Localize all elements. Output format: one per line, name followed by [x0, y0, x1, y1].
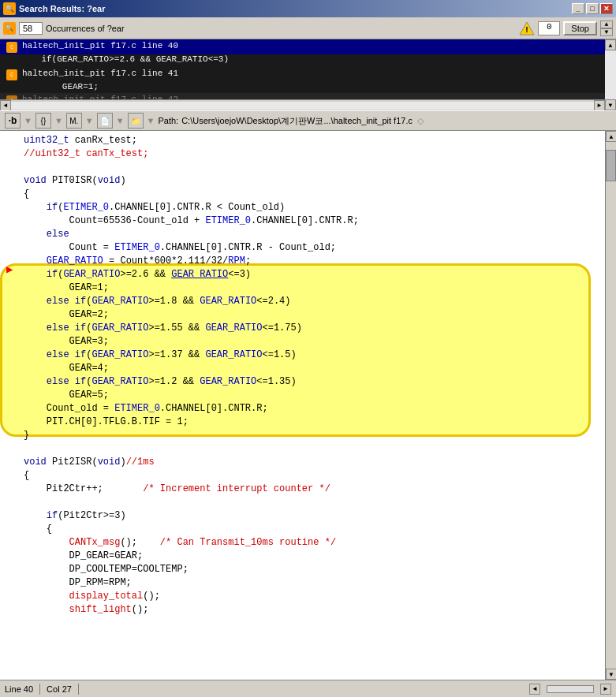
code-line-10: if(GEAR_RATIO>=2.6 && GEAR_RATIO<=3)	[24, 268, 599, 281]
path-back-button[interactable]: ·b	[5, 113, 21, 129]
status-line: Line 40	[5, 684, 33, 694]
results-hscrollbar: ◄ ►	[0, 99, 605, 110]
path-folder-button[interactable]: 📁	[128, 113, 144, 129]
path-m-button[interactable]: M.	[66, 113, 82, 129]
code-line-12: else if(GEAR_RATIO>=1.8 && GEAR_RATIO<=2…	[24, 295, 599, 308]
code-line-21: PIT.CH[0].TFLG.B.TIF = 1;	[24, 416, 599, 429]
search-results-panel: C haltech_init_pit f17.c line 40 if(GEAR…	[0, 39, 616, 110]
code-line-3: void PIT0ISR(void)	[24, 174, 599, 188]
path-braces-button[interactable]: {}	[35, 113, 51, 129]
path-doc-button[interactable]: 📄	[97, 113, 113, 129]
code-scroll-down[interactable]: ▼	[606, 669, 616, 680]
code-editor: ▶ uint32_t canRx_test; //uint32_t canTx_…	[0, 131, 616, 680]
code-line-blank-1	[24, 161, 599, 174]
minimize-button[interactable]: _	[572, 3, 584, 14]
code-line-30: DP_COOLTEMP=COOLTEMP;	[24, 563, 599, 576]
code-line-18: else if(GEAR_RATIO>=1.2 && GEAR_RATIO<=1…	[24, 375, 599, 389]
code-line-7: else	[24, 228, 599, 241]
code-line-16: else if(GEAR_RATIO>=1.37 && GEAR_RATIO<=…	[24, 348, 599, 362]
occurrence-count: 58	[19, 22, 43, 35]
code-line-blank-3	[24, 496, 599, 509]
status-sep-1	[39, 684, 40, 695]
nav-down-button[interactable]: ▼	[600, 28, 613, 36]
code-line-22: }	[24, 429, 599, 442]
code-line-20: Count_old = ETIMER_0.CHANNEL[0].CNTR.R;	[24, 402, 599, 416]
result-code-1: if(GEAR_RATIO>=2.6 && GEAR_RATIO<=3)	[0, 54, 616, 65]
path-sep3: ▼	[85, 116, 94, 125]
code-line-13: GEAR=2;	[24, 308, 599, 322]
results-scroll-left[interactable]: ◄	[0, 100, 11, 111]
path-bar: ·b ▼ {} ▼ M. ▼ 📄 ▼ 📁 ▼ Path: C:\Users\jo…	[0, 110, 616, 131]
result-item-1[interactable]: C haltech_init_pit f17.c line 40	[0, 39, 616, 54]
window-title: Search Results: ?ear	[19, 4, 105, 13]
stop-button[interactable]: Stop	[563, 21, 597, 35]
code-line-9: GEAR_RATIO = Count*600*2.111/32/RPM;	[24, 255, 599, 268]
code-line-32: display_total();	[24, 590, 599, 603]
code-scroll-up[interactable]: ▲	[606, 131, 616, 142]
code-line-8: Count = ETIMER_0.CHANNEL[0].CNTR.R - Cou…	[24, 241, 599, 255]
code-line-31: DP_RPM=RPM;	[24, 576, 599, 590]
code-line-1: uint32_t canRx_test;	[24, 134, 599, 147]
code-line-17: GEAR=4;	[24, 362, 599, 375]
result-code-2: GEAR=1;	[0, 82, 616, 93]
status-scroll-right[interactable]: ►	[600, 684, 611, 695]
code-scrollbar: ▲ ▼	[605, 131, 616, 680]
results-scroll-down[interactable]: ▼	[605, 99, 616, 110]
path-sep4: ▼	[116, 116, 125, 125]
result-file-2: haltech_init_pit f17.c line 41	[22, 69, 178, 78]
code-line-26: if(Pit2Ctr>=3)	[24, 509, 599, 523]
code-line-6: Count=65536-Count_old + ETIMER_0.CHANNEL…	[24, 214, 599, 228]
app-icon: 🔍	[3, 2, 16, 15]
path-sep5: ▼	[147, 116, 155, 125]
nav-up-button[interactable]: ▲	[600, 20, 613, 28]
code-line-15: GEAR=3;	[24, 335, 599, 348]
close-button[interactable]: ✕	[600, 3, 613, 14]
nav-input[interactable]: 0	[538, 21, 560, 35]
code-line-14: else if(GEAR_RATIO>=1.55 && GEAR_RATIO<=…	[24, 322, 599, 335]
result-file-1: haltech_init_pit f17.c line 40	[22, 41, 178, 50]
results-scroll-right[interactable]: ►	[594, 100, 605, 111]
code-line-blank-2	[24, 442, 599, 456]
occurrence-label: Occurrences of ?ear	[46, 24, 125, 33]
toolbar-search-icon: 🔍	[3, 22, 16, 35]
path-sep2: ▼	[54, 116, 63, 125]
code-scroll-track	[606, 142, 616, 669]
results-scroll-up[interactable]: ▲	[605, 39, 616, 50]
warning-icon: !	[519, 21, 535, 35]
code-line-27: {	[24, 523, 599, 536]
code-line-11: GEAR=1;	[24, 281, 599, 295]
status-sep-2	[78, 684, 79, 695]
code-scroll-thumb[interactable]	[606, 150, 616, 181]
current-line-arrow: ▶	[6, 263, 13, 277]
path-sep1: ▼	[24, 116, 32, 125]
code-content[interactable]: ▶ uint32_t canRx_test; //uint32_t canTx_…	[0, 131, 605, 680]
status-col: Col 27	[47, 684, 72, 694]
status-scroll-left[interactable]: ◄	[529, 684, 540, 695]
title-buttons: _ □ ✕	[572, 3, 613, 14]
svg-text:!: !	[525, 26, 529, 35]
path-value: C:\Users\joejoW\Desktop\계기판W코...\haltech…	[181, 115, 413, 127]
status-bar: Line 40 Col 27 ◄ ►	[0, 680, 616, 697]
title-bar-left: 🔍 Search Results: ?ear	[3, 2, 105, 15]
code-line-29: DP_GEAR=GEAR;	[24, 550, 599, 563]
title-bar: 🔍 Search Results: ?ear _ □ ✕	[0, 0, 616, 17]
code-line-5: if(ETIMER_0.CHANNEL[0].CNTR.R < Count_ol…	[24, 201, 599, 214]
path-diamond: ◇	[417, 116, 424, 126]
code-line-25: Pit2Ctr++; /* Increment interrupt counte…	[24, 483, 599, 496]
results-scrollbar: ▲ ▼	[605, 39, 616, 110]
code-line-33: shift_light();	[24, 603, 599, 617]
path-label: Path:	[158, 116, 178, 125]
code-line-2: //uint32_t canTx_test;	[24, 147, 599, 161]
maximize-button[interactable]: □	[586, 3, 599, 14]
code-line-24: {	[24, 469, 599, 483]
result-item-2[interactable]: C haltech_init_pit f17.c line 41	[0, 67, 616, 82]
code-line-28: CANTx_msg(); /* Can Transmit_10ms routin…	[24, 536, 599, 550]
status-hscroll-track	[547, 685, 594, 693]
result-file-icon-2: C	[6, 69, 17, 80]
code-line-23: void Pit2ISR(void)//1ms	[24, 456, 599, 469]
code-line-4: {	[24, 188, 599, 201]
code-line-19: GEAR=5;	[24, 389, 599, 402]
search-toolbar: 🔍 58 Occurrences of ?ear ! 0 Stop ▲ ▼	[0, 17, 616, 39]
nav-arrows: ▲ ▼	[600, 20, 613, 36]
result-file-icon-1: C	[6, 42, 17, 53]
